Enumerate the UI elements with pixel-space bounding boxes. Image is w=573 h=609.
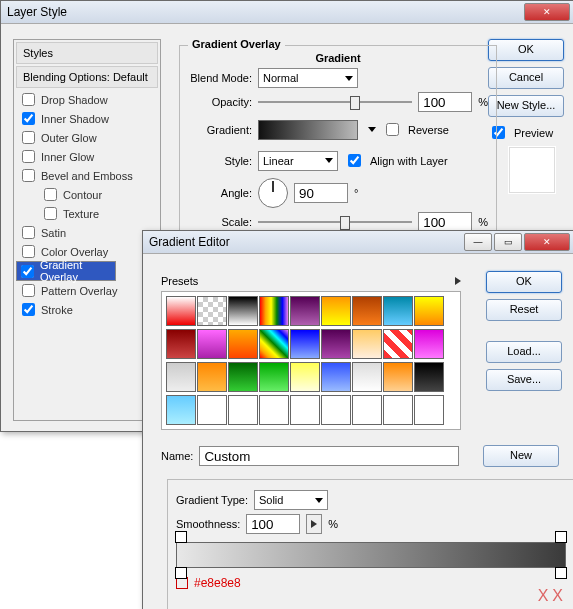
style-select[interactable]: Linear [258, 151, 338, 171]
style-item-stroke[interactable]: Stroke [16, 300, 158, 319]
style-item-pattern-overlay[interactable]: Pattern Overlay [16, 281, 158, 300]
preset-swatch[interactable] [414, 329, 444, 359]
smoothness-field[interactable] [246, 514, 300, 534]
preset-swatch[interactable] [228, 329, 258, 359]
style-checkbox[interactable] [22, 131, 35, 144]
opacity-field[interactable] [418, 92, 472, 112]
opacity-stop-left[interactable] [175, 531, 187, 543]
preset-swatch[interactable] [414, 296, 444, 326]
chevron-down-icon[interactable] [368, 127, 376, 132]
preset-swatch[interactable] [290, 329, 320, 359]
preset-swatch[interactable] [383, 296, 413, 326]
style-item-drop-shadow[interactable]: Drop Shadow [16, 90, 158, 109]
preset-swatch[interactable] [383, 395, 413, 425]
gradient-editor-titlebar[interactable]: Gradient Editor — ▭ ✕ [143, 231, 573, 254]
ok-button[interactable]: OK [488, 39, 564, 61]
minimize-icon[interactable]: — [464, 233, 492, 251]
preset-swatch[interactable] [197, 362, 227, 392]
scale-slider[interactable] [258, 213, 412, 231]
style-checkbox[interactable] [44, 188, 57, 201]
style-checkbox[interactable] [22, 245, 35, 258]
style-label: Inner Shadow [41, 113, 109, 125]
opacity-slider[interactable] [258, 93, 412, 111]
preset-swatch[interactable] [228, 395, 258, 425]
style-checkbox[interactable] [22, 303, 35, 316]
preset-swatch[interactable] [321, 329, 351, 359]
preset-swatch[interactable] [383, 329, 413, 359]
preset-swatch[interactable] [228, 296, 258, 326]
color-stop-right[interactable] [555, 567, 567, 579]
new-style-button[interactable]: New Style... [488, 95, 564, 117]
layer-style-titlebar[interactable]: Layer Style ✕ [1, 1, 573, 24]
preset-swatch[interactable] [352, 296, 382, 326]
preset-swatch[interactable] [352, 362, 382, 392]
cancel-button[interactable]: Cancel [488, 67, 564, 89]
preset-swatch[interactable] [166, 362, 196, 392]
gradient-bar[interactable] [176, 542, 566, 568]
style-checkbox[interactable] [22, 284, 35, 297]
align-checkbox[interactable]: Align with Layer [344, 151, 448, 170]
style-item-satin[interactable]: Satin [16, 223, 158, 242]
style-checkbox[interactable] [22, 226, 35, 239]
ge-new-button[interactable]: New [483, 445, 559, 467]
preset-swatch[interactable] [352, 395, 382, 425]
style-item-texture[interactable]: Texture [16, 204, 158, 223]
preset-swatch[interactable] [259, 296, 289, 326]
style-checkbox[interactable] [21, 265, 34, 278]
blend-mode-select[interactable]: Normal [258, 68, 358, 88]
style-checkbox[interactable] [44, 207, 57, 220]
preset-swatch[interactable] [352, 329, 382, 359]
ge-ok-button[interactable]: OK [486, 271, 562, 293]
preset-swatch[interactable] [197, 296, 227, 326]
preset-swatch[interactable] [321, 362, 351, 392]
preset-swatch[interactable] [259, 362, 289, 392]
gradient-picker[interactable] [258, 120, 358, 140]
smoothness-menu-icon[interactable] [306, 514, 322, 534]
preset-swatch[interactable] [259, 395, 289, 425]
preset-swatch[interactable] [166, 329, 196, 359]
style-item-contour[interactable]: Contour [16, 185, 158, 204]
scale-field[interactable] [418, 212, 472, 232]
maximize-icon[interactable]: ▭ [494, 233, 522, 251]
preset-swatch[interactable] [321, 395, 351, 425]
style-item-gradient-overlay[interactable]: Gradient Overlay [16, 261, 116, 281]
gradient-type-select[interactable]: Solid [254, 490, 328, 510]
style-checkbox[interactable] [22, 150, 35, 163]
preset-swatch[interactable] [383, 362, 413, 392]
style-checkbox[interactable] [22, 112, 35, 125]
preset-swatch[interactable] [290, 296, 320, 326]
preset-swatch[interactable] [197, 329, 227, 359]
opacity-stop-right[interactable] [555, 531, 567, 543]
presets-menu-icon[interactable] [455, 277, 461, 285]
close-icon[interactable]: ✕ [524, 3, 570, 21]
preset-swatch[interactable] [290, 362, 320, 392]
preset-swatch[interactable] [259, 329, 289, 359]
preset-swatch[interactable] [166, 395, 196, 425]
style-checkbox[interactable] [22, 169, 35, 182]
preset-swatch[interactable] [166, 296, 196, 326]
preset-swatch[interactable] [414, 395, 444, 425]
close-icon[interactable]: ✕ [524, 233, 570, 251]
style-item-outer-glow[interactable]: Outer Glow [16, 128, 158, 147]
preset-swatch[interactable] [321, 296, 351, 326]
style-item-inner-shadow[interactable]: Inner Shadow [16, 109, 158, 128]
ge-load-button[interactable]: Load... [486, 341, 562, 363]
name-field[interactable] [199, 446, 459, 466]
angle-field[interactable] [294, 183, 348, 203]
angle-knob[interactable] [258, 178, 288, 208]
preset-swatch[interactable] [414, 362, 444, 392]
style-item-inner-glow[interactable]: Inner Glow [16, 147, 158, 166]
color-stop-left[interactable] [175, 567, 187, 579]
style-checkbox[interactable] [22, 93, 35, 106]
preview-checkbox[interactable]: Preview [488, 123, 564, 142]
ge-reset-button[interactable]: Reset [486, 299, 562, 321]
styles-header[interactable]: Styles [16, 42, 158, 64]
reverse-checkbox[interactable]: Reverse [382, 120, 449, 139]
style-item-bevel-and-emboss[interactable]: Bevel and Emboss [16, 166, 158, 185]
preset-swatch[interactable] [197, 395, 227, 425]
preset-swatch[interactable] [290, 395, 320, 425]
blending-options-header[interactable]: Blending Options: Default [16, 66, 158, 88]
preset-swatch[interactable] [228, 362, 258, 392]
styles-panel: Styles Blending Options: Default Drop Sh… [13, 39, 161, 421]
ge-save-button[interactable]: Save... [486, 369, 562, 391]
